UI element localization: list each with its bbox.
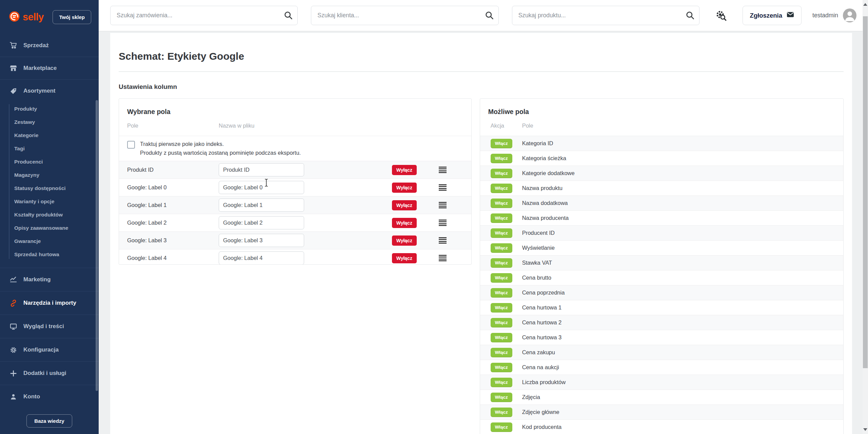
drag-handle-icon[interactable] xyxy=(439,202,447,209)
search-icon[interactable] xyxy=(485,11,494,20)
enable-button[interactable]: Włącz xyxy=(491,288,512,298)
submenu-item[interactable]: Gwarancje xyxy=(0,234,99,248)
field-label: Nazwa dodatkowa xyxy=(522,200,833,206)
enable-button[interactable]: Włącz xyxy=(491,243,512,253)
sidebar-item-narzedzia-i-importy[interactable]: Narzędzia i importy xyxy=(0,291,99,315)
submenu-item[interactable]: Magazyny xyxy=(0,168,99,182)
filename-input[interactable] xyxy=(219,181,304,194)
sidebar-item-sprzedaz[interactable]: Sprzedaż xyxy=(0,34,99,57)
field-label: Wyświetlanie xyxy=(522,245,833,251)
enable-button[interactable]: Włącz xyxy=(491,348,512,357)
knowledge-base-button[interactable]: Baza wiedzy xyxy=(26,414,72,428)
submenu-item[interactable]: Kategorie xyxy=(0,129,99,142)
submenu-item[interactable]: Statusy dostępności xyxy=(0,182,99,195)
available-field-row: Włącz Kategorie dodatkowe xyxy=(480,166,843,181)
plus-icon xyxy=(9,369,17,377)
submenu-item[interactable]: Producenci xyxy=(0,155,99,168)
selected-fields-panel: Wybrane pola Pole Nazwa w pliku Traktuj … xyxy=(119,98,472,265)
reports-button[interactable]: Zgłoszenia xyxy=(743,6,802,25)
submenu-item[interactable]: Sprzedaż hurtowa xyxy=(0,248,99,261)
sidebar-item-konfiguracja[interactable]: Konfiguracja xyxy=(0,338,99,361)
field-label: Cena brutto xyxy=(522,275,833,281)
sidebar-nav: Sprzedaż Marketplace Asortyment Produkty xyxy=(0,34,99,408)
disable-button[interactable]: Wyłącz xyxy=(392,235,417,246)
sidebar-scrollbar-thumb[interactable] xyxy=(96,100,98,391)
enable-button[interactable]: Włącz xyxy=(491,184,512,193)
enable-button[interactable]: Włącz xyxy=(491,393,512,402)
disable-button[interactable]: Wyłącz xyxy=(392,218,417,228)
field-label: Google: Label 1 xyxy=(127,202,219,208)
selected-field-row: Google: Label 0 Wyłącz xyxy=(119,178,471,196)
selected-field-row: Google: Label 1 Wyłącz xyxy=(119,196,471,214)
search-client-input[interactable] xyxy=(311,6,498,25)
filename-input[interactable] xyxy=(219,199,304,212)
enable-button[interactable]: Włącz xyxy=(491,154,512,163)
enable-button[interactable]: Włącz xyxy=(491,333,512,342)
drag-handle-icon[interactable] xyxy=(439,184,447,191)
available-field-row: Włącz Kod producenta xyxy=(480,419,843,434)
enable-button[interactable]: Włącz xyxy=(491,363,512,372)
field-label: Google: Label 0 xyxy=(127,184,219,191)
available-field-row: Włącz Cena brutto xyxy=(480,270,843,285)
topbar: Zgłoszenia testadmin xyxy=(99,0,868,32)
disable-button[interactable]: Wyłącz xyxy=(392,200,417,210)
search-order-input[interactable] xyxy=(110,6,298,25)
sidebar-item-marketing[interactable]: Marketing xyxy=(0,268,99,291)
search-icon[interactable] xyxy=(283,11,293,20)
disable-button[interactable]: Wyłącz xyxy=(392,253,417,263)
submenu-item[interactable]: Zestawy xyxy=(0,115,99,129)
sidebar-item-wyglad-i-tresci[interactable]: Wygląd i treści xyxy=(0,315,99,338)
enable-button[interactable]: Włącz xyxy=(491,139,512,148)
sidebar-item-label: Wygląd i treści xyxy=(23,323,64,330)
filename-input[interactable] xyxy=(219,163,304,176)
enable-button[interactable]: Włącz xyxy=(491,408,512,417)
drag-handle-icon[interactable] xyxy=(439,220,447,226)
submenu-item[interactable]: Tagi xyxy=(0,142,99,155)
drag-handle-icon[interactable] xyxy=(439,167,447,173)
scroll-up-arrow[interactable] xyxy=(863,3,867,6)
submenu-item[interactable]: Produkty xyxy=(0,102,99,115)
enable-button[interactable]: Włącz xyxy=(491,273,512,283)
submenu-item[interactable]: Kształty produktów xyxy=(0,208,99,221)
search-icon[interactable] xyxy=(685,11,695,20)
your-shop-button[interactable]: Twój sklep xyxy=(53,10,91,24)
scroll-down-arrow[interactable] xyxy=(863,428,867,431)
disable-button[interactable]: Wyłącz xyxy=(392,183,417,193)
user-avatar[interactable] xyxy=(843,8,856,22)
field-label: Zdjęcia xyxy=(522,394,833,400)
disable-button[interactable]: Wyłącz xyxy=(392,165,417,175)
page-scrollbar-thumb[interactable] xyxy=(863,16,868,368)
search-product-input[interactable] xyxy=(512,6,699,25)
enable-button[interactable]: Włącz xyxy=(491,318,512,327)
page-scrollbar[interactable] xyxy=(863,0,868,434)
index-checkbox[interactable] xyxy=(127,141,135,149)
filename-input[interactable] xyxy=(219,234,304,247)
enable-button[interactable]: Włącz xyxy=(491,213,512,223)
enable-button[interactable]: Włącz xyxy=(491,258,512,268)
enable-button[interactable]: Włącz xyxy=(491,422,512,432)
selected-field-row: Google: Label 2 Wyłącz xyxy=(119,214,471,231)
filename-input[interactable] xyxy=(219,251,304,265)
available-fields-list: Włącz Kategoria ID Włącz Kategoria ścież… xyxy=(480,136,843,434)
field-label: Stawka VAT xyxy=(522,260,833,266)
sidebar-item-konto[interactable]: Konto xyxy=(0,385,99,408)
field-label: Nazwa produktu xyxy=(522,185,833,191)
sidebar-item-marketplace[interactable]: Marketplace xyxy=(0,57,99,79)
submenu-item[interactable]: Opisy zaawansowane xyxy=(0,221,99,234)
enable-button[interactable]: Włącz xyxy=(491,228,512,238)
filename-input[interactable] xyxy=(219,216,304,229)
sidebar-item-label: Konfiguracja xyxy=(23,346,59,353)
submenu-item[interactable]: Warianty i opcje xyxy=(0,195,99,208)
sidebar-item-asortyment[interactable]: Asortyment xyxy=(0,79,99,102)
enable-button[interactable]: Włącz xyxy=(491,199,512,208)
enable-button[interactable]: Włącz xyxy=(491,378,512,387)
sidebar-item-dodatki-i-uslugi[interactable]: Dodatki i usługi xyxy=(0,361,99,385)
enable-button[interactable]: Włącz xyxy=(491,169,512,178)
drag-handle-icon[interactable] xyxy=(439,237,447,244)
gear-icon xyxy=(9,346,17,354)
enable-button[interactable]: Włącz xyxy=(491,303,512,313)
selly-logo[interactable]: selly xyxy=(9,11,44,23)
drag-handle-icon[interactable] xyxy=(439,255,447,262)
available-field-row: Włącz Producent ID xyxy=(480,225,843,240)
settings-search-icon[interactable] xyxy=(715,10,727,21)
